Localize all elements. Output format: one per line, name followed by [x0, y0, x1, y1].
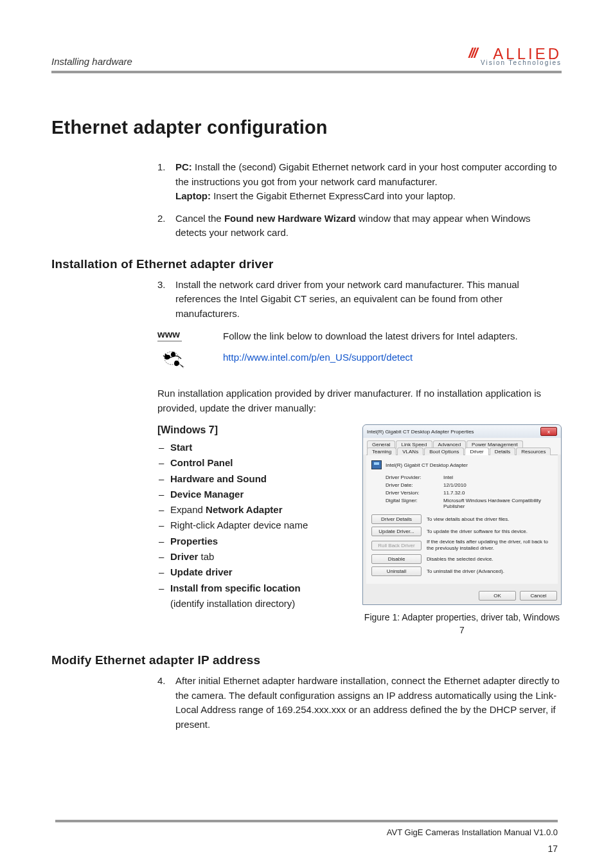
kv-key: Digital Signer: [386, 498, 443, 509]
update-driver-button[interactable]: Update Driver... [371, 527, 422, 536]
laptop-text: Insert the Gigabit Ethernet ExpressCard … [211, 190, 456, 201]
heading-modify-ip: Modify Ethernet adapter IP address [51, 653, 562, 667]
run-text: Run installation application provided by… [157, 386, 562, 415]
kv-key: Driver Provider: [386, 475, 443, 480]
step-number: 1. [157, 160, 166, 175]
step-3: 3. Install the network card driver from … [157, 278, 562, 321]
close-icon[interactable]: x [540, 427, 557, 436]
www-underline [157, 341, 182, 341]
step4-text: After initial Ethernet adapter hardware … [175, 675, 560, 730]
step-number: 2. [157, 212, 166, 226]
www-link[interactable]: http://www.intel.com/p/en_US/support/det… [223, 350, 413, 365]
windows-step-item: Driver tab [157, 549, 350, 565]
pc-text: Install the (second) Gigabit Ethernet ne… [175, 161, 557, 187]
windows-step-item: Update driver [157, 565, 350, 580]
kv-key: Driver Version: [386, 490, 443, 496]
tab-details[interactable]: Details [490, 448, 515, 455]
button-desc: If the device fails after updating the d… [427, 539, 553, 552]
kv-value: 11.7.32.0 [443, 490, 553, 496]
figure-caption: Figure 1: Adapter properties, driver tab… [362, 611, 562, 637]
tabs-row-top: GeneralLink SpeedAdvancedPower Managemen… [363, 438, 561, 448]
button-row: UninstallTo uninstall the driver (Advanc… [371, 566, 553, 576]
logo-sub: Vision Technologies [481, 60, 562, 66]
globe-icon [157, 345, 188, 374]
section-title: Installing hardware [51, 56, 132, 67]
kv-value: Microsoft Windows Hardware Compatibility… [443, 498, 553, 509]
www-label: www [157, 329, 223, 339]
heading-install-driver: Installation of Ethernet adapter driver [51, 257, 562, 271]
ok-button[interactable]: OK [479, 591, 516, 601]
windows-step-item: Device Manager [157, 487, 350, 502]
laptop-label: Laptop: [175, 190, 211, 201]
button-row: DisableDisables the selected device. [371, 554, 553, 564]
step-2: 2. Cancel the Found new Hardware Wizard … [157, 212, 562, 240]
device-name: Intel(R) Gigabit CT Desktop Adapter [386, 462, 468, 468]
kv-key: Driver Date: [386, 482, 443, 488]
step-4: 4. After initial Ethernet adapter hardwa… [157, 674, 562, 732]
step-number: 3. [157, 278, 166, 293]
tab-resources[interactable]: Resources [516, 448, 551, 455]
roll-back-driverbutton: Roll Back Driver [371, 541, 422, 550]
figure-1: Intel(R) Gigabit CT Desktop Adapter Prop… [362, 424, 562, 637]
windows-step-item: Start [157, 440, 350, 455]
dialog-title: Intel(R) Gigabit CT Desktop Adapter Prop… [367, 429, 474, 435]
button-desc: Disables the selected device. [427, 556, 553, 563]
windows-step-item: Properties [157, 534, 350, 549]
disablebutton[interactable]: Disable [371, 554, 422, 564]
button-row: Roll Back DriverIf the device fails afte… [371, 539, 553, 552]
adapter-properties-dialog: Intel(R) Gigabit CT Desktop Adapter Prop… [362, 424, 562, 605]
page-header: Installing hardware /// ALLIED Vision Te… [51, 46, 562, 73]
tab-driver[interactable]: Driver [465, 448, 488, 455]
windows-step-item: Expand Network Adapter [157, 502, 350, 518]
windows-steps-list: StartControl PanelHardware and SoundDevi… [157, 440, 350, 611]
uninstallbutton[interactable]: Uninstall [371, 566, 422, 576]
windows-step-item: Control Panel [157, 455, 350, 471]
step-number: 4. [157, 674, 166, 689]
windows-7-heading: [Windows 7] [157, 424, 350, 436]
step2-pre: Cancel the [175, 213, 224, 224]
tab-boot-options[interactable]: Boot Options [424, 448, 464, 455]
button-desc: To update the driver software for this d… [427, 529, 553, 535]
driver-detailsbutton[interactable]: Driver Details [371, 514, 422, 524]
windows-step-item: Hardware and Sound [157, 471, 350, 487]
windows-step-item: Install from specific location(identify … [157, 581, 350, 612]
logo: /// ALLIED Vision Technologies [468, 46, 562, 67]
adapter-icon [371, 460, 382, 469]
www-text: Follow the link below to download the la… [223, 329, 518, 343]
step3-text: Install the network card driver from you… [175, 279, 519, 319]
driver-info: Driver Provider:IntelDriver Date:12/1/20… [386, 475, 553, 509]
tab-teaming[interactable]: Teaming [367, 448, 396, 455]
logo-slashes-icon: /// [468, 46, 476, 60]
page-number: 17 [547, 844, 558, 854]
button-desc: To uninstall the driver (Advanced). [427, 568, 553, 575]
pc-label: PC: [175, 161, 192, 172]
kv-value: 12/1/2010 [443, 482, 553, 488]
button-row: Driver DetailsTo view details about the … [371, 514, 553, 524]
tabs-row-bottom: TeamingVLANsBoot OptionsDriverDetailsRes… [363, 448, 561, 455]
windows-step-item: Right-click Adapter device name [157, 518, 350, 533]
www-block: www Follow the link below to download th… [157, 329, 562, 376]
tab-vlans[interactable]: VLANs [397, 448, 423, 455]
page-title: Ethernet adapter configuration [51, 117, 562, 138]
cancel-button[interactable]: Cancel [520, 591, 557, 601]
step2-bold: Found new Hardware Wizard [224, 213, 356, 224]
footer-text: AVT GigE Cameras Installation Manual V1.… [55, 820, 558, 837]
button-row: Update Driver...To update the driver sof… [371, 527, 553, 536]
kv-value: Intel [443, 475, 553, 480]
step-1: 1. PC: Install the (second) Gigabit Ethe… [157, 160, 562, 204]
button-desc: To view details about the driver files. [427, 516, 553, 523]
